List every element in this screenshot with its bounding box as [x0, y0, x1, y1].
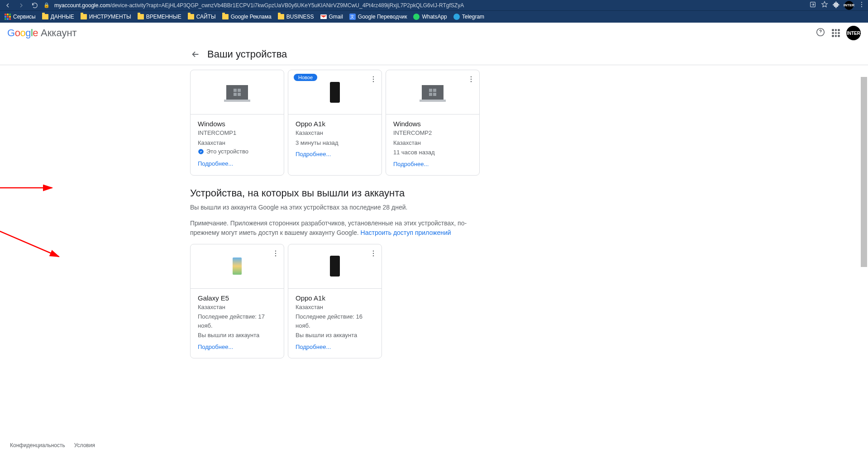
page-title: Ваши устройства: [207, 48, 287, 60]
svg-point-6: [373, 76, 374, 77]
device-time: 11 часов назад: [393, 148, 472, 157]
active-devices-row: Windows INTERCOMP1 Казахстан Это устройс…: [190, 70, 868, 176]
device-location: Казахстан: [198, 303, 277, 312]
bookmark-translate[interactable]: 文Google Переводчик: [349, 14, 407, 20]
privacy-link[interactable]: Конфиденциальность: [10, 442, 65, 448]
bookmark-label: Google Переводчик: [358, 14, 407, 20]
more-menu-icon[interactable]: [270, 248, 281, 259]
forward-nav-icon[interactable]: [16, 0, 26, 10]
google-logo: Google: [7, 27, 38, 39]
device-subtitle: INTERCOMP2: [393, 129, 472, 138]
bookmark-folder[interactable]: Google Реклама: [222, 14, 272, 20]
back-nav-icon[interactable]: [3, 0, 13, 10]
account-text: Аккаунт: [41, 27, 77, 39]
bookmark-apps[interactable]: Сервисы: [5, 14, 36, 20]
bookmark-label: Telegram: [462, 14, 484, 20]
svg-point-9: [471, 76, 472, 77]
phone-icon: [330, 256, 340, 277]
scrollbar-track[interactable]: [861, 23, 867, 355]
laptop-icon: [226, 85, 248, 100]
device-thumb: [191, 244, 284, 289]
laptop-icon: [422, 85, 444, 100]
page-footer: Конфиденциальность Условия: [0, 438, 868, 453]
extensions-icon[interactable]: [833, 1, 840, 10]
bookmark-label: Сервисы: [13, 14, 36, 20]
device-last-action: Последнее действие: 16 нояб.: [296, 312, 374, 330]
lock-icon: 🔒: [43, 2, 50, 8]
device-thumb: [191, 70, 284, 114]
more-menu-icon[interactable]: [368, 248, 379, 259]
device-card: Windows INTERCOMP2 Казахстан 11 часов на…: [386, 70, 480, 176]
url-bar[interactable]: myaccount.google.com/device-activity?rap…: [54, 2, 806, 9]
bookmark-label: ВРЕМЕННЫЕ: [146, 14, 181, 20]
device-thumb: [386, 70, 479, 114]
configure-apps-link[interactable]: Настроить доступ приложений: [361, 229, 451, 236]
details-link[interactable]: Подробнее...: [198, 160, 233, 167]
bookmark-gmail[interactable]: Gmail: [320, 14, 343, 20]
google-account-logo[interactable]: Google Аккаунт: [7, 27, 77, 39]
details-link[interactable]: Подробнее...: [296, 151, 331, 157]
device-subtitle: INTERCOMP1: [198, 129, 277, 138]
terms-link[interactable]: Условия: [74, 442, 95, 448]
device-name: Windows: [393, 120, 472, 128]
svg-point-8: [373, 81, 374, 82]
bookmark-folder[interactable]: ДАННЫЕ: [42, 14, 74, 20]
device-location: Казахстан: [393, 138, 472, 148]
reload-icon[interactable]: [30, 0, 40, 10]
svg-point-10: [471, 79, 472, 80]
bookmark-whatsapp[interactable]: WhatsApp: [413, 14, 447, 20]
bookmark-folder[interactable]: САЙТЫ: [188, 14, 216, 20]
svg-point-16: [373, 253, 374, 253]
more-menu-icon[interactable]: [466, 74, 477, 85]
device-card: Oppo A1k Казахстан Последнее действие: 1…: [288, 244, 382, 358]
device-name: Oppo A1k: [296, 294, 374, 302]
svg-point-7: [373, 79, 374, 80]
bookmark-label: Gmail: [329, 14, 343, 20]
url-host: myaccount.google.com: [54, 2, 110, 9]
bookmark-label: BUSINESS: [286, 14, 314, 20]
bookmark-telegram[interactable]: Telegram: [453, 14, 484, 20]
signedout-devices-row: Galaxy E5 Казахстан Последнее действие: …: [190, 244, 868, 358]
bookmark-folder[interactable]: ИНСТРУМЕНТЫ: [81, 14, 131, 20]
page-sub-header: Ваши устройства: [0, 43, 868, 65]
url-path: /device-activity?rapt=AEjHL4P3QGP_cwnzVb…: [110, 2, 464, 9]
svg-point-1: [861, 2, 862, 3]
scrollbar-thumb[interactable]: [861, 77, 867, 267]
details-link[interactable]: Подробнее...: [198, 343, 233, 350]
annotation-arrow: [0, 181, 59, 194]
apps-grid-icon[interactable]: [832, 29, 840, 37]
star-icon[interactable]: [821, 1, 828, 10]
more-menu-icon[interactable]: [368, 74, 379, 85]
svg-point-12: [275, 250, 276, 251]
device-name: Oppo A1k: [296, 120, 374, 128]
checkmark-icon: [198, 148, 204, 155]
account-avatar[interactable]: INTER: [846, 26, 861, 40]
bookmark-label: ДАННЫЕ: [51, 14, 74, 20]
svg-point-17: [373, 255, 374, 256]
details-link[interactable]: Подробнее...: [296, 343, 331, 350]
device-name: Galaxy E5: [198, 294, 277, 302]
svg-point-15: [373, 250, 374, 251]
chrome-menu-icon[interactable]: [858, 1, 865, 10]
device-location: Казахстан: [296, 129, 374, 138]
help-icon[interactable]: [816, 27, 825, 39]
svg-point-3: [861, 6, 862, 7]
svg-point-2: [861, 4, 862, 5]
device-status: Вы вышли из аккаунта: [198, 331, 277, 340]
profile-avatar[interactable]: INTER: [844, 1, 854, 10]
back-arrow-icon[interactable]: [190, 49, 201, 60]
share-icon[interactable]: [809, 1, 816, 10]
device-thumb: [288, 244, 382, 289]
bookmark-folder[interactable]: ВРЕМЕННЫЕ: [138, 14, 181, 20]
details-link[interactable]: Подробнее...: [393, 161, 429, 167]
new-badge: Новое: [294, 74, 317, 81]
section-desc: Вы вышли из аккаунта Google на этих устр…: [190, 203, 480, 212]
device-card: Новое Oppo A1k Казахстан 3 минуты назад …: [288, 70, 382, 176]
bookmark-folder[interactable]: BUSINESS: [278, 14, 314, 20]
phone-icon: [330, 82, 340, 103]
section-title: Устройства, на которых вы вышли из аккау…: [190, 187, 868, 199]
content-area: Windows INTERCOMP1 Казахстан Это устройс…: [0, 65, 868, 388]
device-thumb: Новое: [288, 70, 382, 114]
bookmark-label: ИНСТРУМЕНТЫ: [89, 14, 131, 20]
svg-point-11: [471, 81, 472, 82]
